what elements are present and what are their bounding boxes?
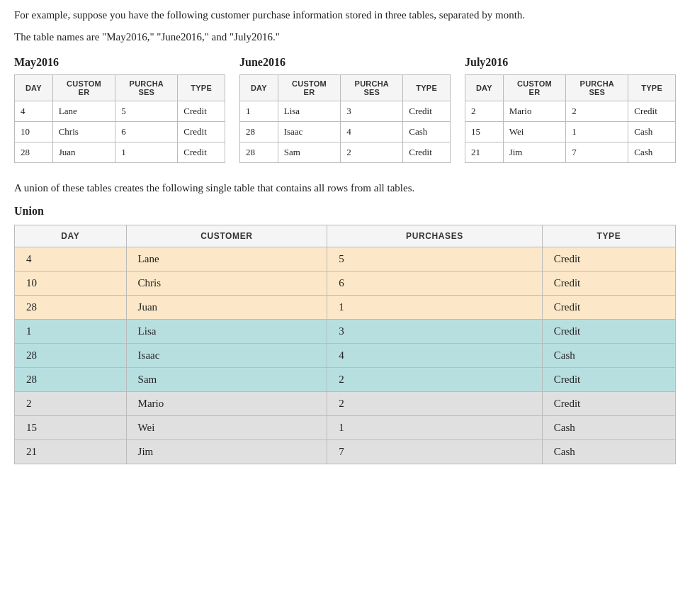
cell: Isaac: [126, 343, 327, 367]
may-col-customer: CUSTOMER: [52, 75, 115, 101]
union-title: Union: [14, 205, 676, 218]
may2016-title: May2016: [14, 56, 225, 69]
cell-purchases: 3: [341, 101, 403, 122]
cell: 28: [15, 295, 127, 319]
july-col-purchases: PURCHASES: [566, 75, 628, 101]
cell: Mario: [126, 391, 327, 415]
july-col-customer: CUSTOMER: [503, 75, 566, 101]
july-col-type: TYPE: [628, 75, 676, 101]
union-col-type: TYPE: [542, 225, 675, 247]
cell-type: Credit: [403, 101, 451, 122]
cell-type: Credit: [178, 142, 225, 163]
cell: 4: [15, 247, 127, 271]
cell: 6: [327, 271, 543, 295]
union-col-customer: CUSTOMER: [126, 225, 327, 247]
table-row: 2Mario2Credit: [15, 391, 676, 415]
cell: 5: [327, 247, 543, 271]
cell-purchases: 2: [566, 101, 628, 122]
cell: Credit: [542, 391, 675, 415]
june-col-customer: CUSTOMER: [278, 75, 341, 101]
cell: Lisa: [126, 319, 327, 343]
cell-type: Credit: [628, 101, 676, 122]
may2016-table: DAY CUSTOMER PURCHASES TYPE 4 Lane 5 Cre…: [14, 74, 225, 163]
cell-customer: Lisa: [278, 101, 341, 122]
july2016-block: July2016 DAY CUSTOMER PURCHASES TYPE 2 M…: [465, 56, 676, 163]
june-col-type: TYPE: [403, 75, 451, 101]
cell: Cash: [542, 439, 675, 464]
table-row: 1Lisa3Credit: [15, 319, 676, 343]
cell-day: 28: [15, 142, 53, 163]
cell-day: 1: [240, 101, 278, 122]
cell-customer: Lane: [52, 101, 115, 122]
table-row: 10 Chris 6 Credit: [15, 122, 225, 142]
july-col-day: DAY: [465, 75, 504, 101]
may-col-type: TYPE: [178, 75, 225, 101]
cell: Credit: [542, 367, 675, 391]
may-col-day: DAY: [15, 75, 53, 101]
cell-type: Credit: [178, 101, 225, 122]
cell-day: 10: [15, 122, 53, 142]
cell-customer: Isaac: [278, 122, 341, 142]
table-row: 15 Wei 1 Cash: [465, 122, 676, 142]
union-col-purchases: PURCHASES: [327, 225, 543, 247]
cell: 2: [15, 391, 127, 415]
cell: Jim: [126, 439, 327, 464]
monthly-tables: May2016 DAY CUSTOMER PURCHASES TYPE 4 La…: [14, 56, 676, 163]
cell-customer: Mario: [503, 101, 566, 122]
cell-day: 15: [465, 122, 504, 142]
cell: 15: [15, 415, 127, 439]
cell-day: 28: [240, 122, 278, 142]
june2016-block: June2016 DAY CUSTOMER PURCHASES TYPE 1 L…: [239, 56, 451, 163]
union-section: A union of these tables creates the foll…: [14, 180, 676, 464]
cell-customer: Jim: [503, 142, 566, 163]
cell: Chris: [126, 271, 327, 295]
may2016-block: May2016 DAY CUSTOMER PURCHASES TYPE 4 La…: [14, 56, 225, 163]
cell-customer: Juan: [52, 142, 115, 163]
cell-purchases: 1: [115, 142, 178, 163]
cell-type: Credit: [403, 142, 451, 163]
cell: Lane: [126, 247, 327, 271]
cell-type: Credit: [178, 122, 225, 142]
cell-purchases: 2: [341, 142, 403, 163]
cell: Credit: [542, 271, 675, 295]
cell: 10: [15, 271, 127, 295]
table-row: 28Sam2Credit: [15, 367, 676, 391]
cell: 1: [327, 295, 543, 319]
june-col-purchases: PURCHASES: [341, 75, 403, 101]
cell: Credit: [542, 247, 675, 271]
table-row: 21Jim7Cash: [15, 439, 676, 464]
table-row: 28 Juan 1 Credit: [15, 142, 225, 163]
cell-customer: Wei: [503, 122, 566, 142]
cell: Credit: [542, 295, 675, 319]
cell-customer: Chris: [52, 122, 115, 142]
cell: Juan: [126, 295, 327, 319]
cell: 2: [327, 367, 543, 391]
union-intro-text: A union of these tables creates the foll…: [14, 180, 676, 196]
cell-type: Cash: [403, 122, 451, 142]
table-row: 4Lane5Credit: [15, 247, 676, 271]
table-row: 1 Lisa 3 Credit: [240, 101, 451, 122]
intro-line2: The table names are "May2016," "June2016…: [14, 29, 676, 45]
cell-day: 28: [240, 142, 278, 163]
table-row: 2 Mario 2 Credit: [465, 101, 676, 122]
table-row: 10Chris6Credit: [15, 271, 676, 295]
intro-line1: For example, suppose you have the follow…: [14, 7, 676, 23]
cell: 28: [15, 343, 127, 367]
table-row: 28Juan1Credit: [15, 295, 676, 319]
cell: 3: [327, 319, 543, 343]
cell-purchases: 4: [341, 122, 403, 142]
cell-purchases: 5: [115, 101, 178, 122]
cell-purchases: 7: [566, 142, 628, 163]
june-col-day: DAY: [240, 75, 278, 101]
table-row: 28 Sam 2 Credit: [240, 142, 451, 163]
cell: 4: [327, 343, 543, 367]
cell: Cash: [542, 415, 675, 439]
cell: 21: [15, 439, 127, 464]
june2016-table: DAY CUSTOMER PURCHASES TYPE 1 Lisa 3 Cre…: [239, 74, 451, 163]
cell-day: 4: [15, 101, 53, 122]
cell-purchases: 6: [115, 122, 178, 142]
union-table: DAY CUSTOMER PURCHASES TYPE 4Lane5Credit…: [14, 225, 676, 464]
cell: 2: [327, 391, 543, 415]
table-row: 28Isaac4Cash: [15, 343, 676, 367]
table-row: 15Wei1Cash: [15, 415, 676, 439]
